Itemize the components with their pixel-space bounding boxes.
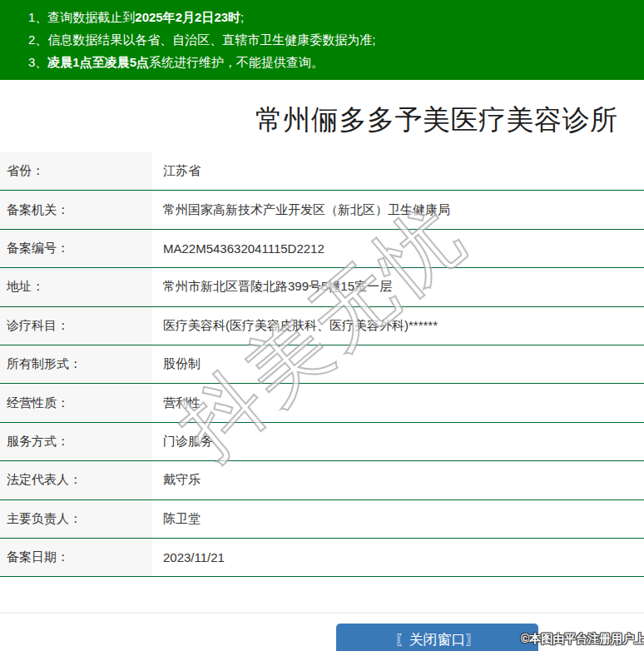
- notice-line-3: 3、凌晨1点至凌晨5点系统进行维护，不能提供查询。: [28, 51, 636, 73]
- table-row-address: 地址： 常州市新北区晋陵北路399号5幢15室一层: [0, 268, 644, 306]
- row-value: 门诊服务: [152, 423, 644, 460]
- table-row-filing-date: 备案日期： 2023/11/21: [0, 539, 644, 577]
- row-label: 地址：: [0, 268, 152, 306]
- notice-line-2-pre: 信息数据结果以各省、自治区、直辖市卫生健康委数据为准;: [47, 32, 375, 47]
- close-window-button[interactable]: 〖关闭窗口〗: [336, 624, 538, 651]
- row-label: 备案编号：: [0, 230, 152, 267]
- institution-info-table: 省份： 江苏省 备案机关： 常州国家高新技术产业开发区（新北区）卫生健康局 备案…: [0, 152, 644, 577]
- notice-line-2: 2、信息数据结果以各省、自治区、直辖市卫生健康委数据为准;: [28, 28, 636, 51]
- table-row-service-mode: 服务方式： 门诊服务: [0, 423, 644, 461]
- row-label: 经营性质：: [0, 384, 152, 421]
- row-value: 戴守乐: [152, 461, 644, 499]
- notice-banner: 1、查询数据截止到2025年2月2日23时; 2、信息数据结果以各省、自治区、直…: [0, 0, 644, 80]
- row-value: 股份制: [152, 345, 644, 383]
- row-value: 营利性: [152, 384, 644, 421]
- row-label: 诊疗科目：: [0, 307, 152, 345]
- row-value: 常州国家高新技术产业开发区（新北区）卫生健康局: [152, 191, 644, 228]
- row-label: 所有制形式：: [0, 345, 152, 383]
- table-row-principal: 主要负责人： 陈卫堂: [0, 500, 644, 539]
- notice-line-3-bold: 凌晨1点至凌晨5点: [47, 55, 149, 69]
- institution-title: 常州俪多多予美医疗美容诊所: [255, 103, 618, 137]
- row-label: 服务方式：: [0, 423, 152, 460]
- notice-line-1-bold: 2025年2月2日23时: [135, 10, 240, 24]
- table-row-filing-number: 备案编号： MA22M543632041115D2212: [0, 230, 644, 268]
- table-row-operating-nature: 经营性质： 营利性: [0, 384, 644, 422]
- row-value: 江苏省: [152, 152, 644, 190]
- notice-line-3-post: 系统进行维护，不能提供查询。: [149, 55, 324, 69]
- row-value: MA22M543632041115D2212: [152, 230, 644, 267]
- row-label: 法定代表人：: [0, 461, 152, 499]
- row-value: 常州市新北区晋陵北路399号5幢15室一层: [152, 268, 644, 306]
- row-label: 备案日期：: [0, 539, 152, 576]
- table-row-province: 省份： 江苏省: [0, 152, 644, 191]
- table-row-clinical-subjects: 诊疗科目： 医疗美容科(医疗美容皮肤科、医疗美容外科)******: [0, 307, 644, 345]
- table-row-ownership-form: 所有制形式： 股份制: [0, 345, 644, 384]
- table-row-legal-representative: 法定代表人： 戴守乐: [0, 461, 644, 499]
- notice-line-2-num: 2、: [28, 32, 47, 47]
- notice-line-1-pre: 查询数据截止到: [47, 10, 135, 24]
- upload-credit-watermark: ©本图由平台注册用户上传: [521, 632, 644, 647]
- row-label: 备案机关：: [0, 191, 152, 228]
- notice-line-3-num: 3、: [28, 55, 47, 69]
- row-value: 2023/11/21: [152, 539, 644, 576]
- notice-line-1-num: 1、: [28, 10, 47, 24]
- row-value: 医疗美容科(医疗美容皮肤科、医疗美容外科)******: [152, 307, 644, 345]
- row-value: 陈卫堂: [152, 500, 644, 538]
- row-label: 主要负责人：: [0, 500, 152, 538]
- footer-divider: [0, 613, 644, 614]
- table-row-filing-authority: 备案机关： 常州国家高新技术产业开发区（新北区）卫生健康局: [0, 191, 644, 229]
- query-result-page: 1、查询数据截止到2025年2月2日23时; 2、信息数据结果以各省、自治区、直…: [0, 0, 644, 651]
- notice-line-1-post: ;: [240, 10, 244, 24]
- notice-line-1: 1、查询数据截止到2025年2月2日23时;: [28, 6, 636, 28]
- row-label: 省份：: [0, 152, 152, 190]
